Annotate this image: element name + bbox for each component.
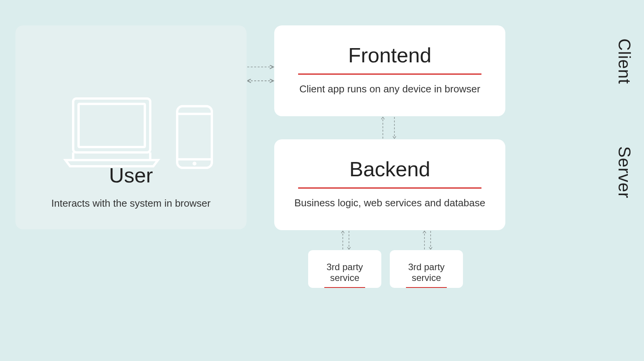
frontend-subtitle: Client app runs on any device in browser [286, 83, 494, 95]
server-side-label: Server [615, 146, 634, 199]
svg-rect-1 [79, 104, 145, 147]
backend-subtitle: Business logic, web services and databas… [286, 197, 494, 209]
third-party-card: 3rd party service [390, 250, 463, 288]
svg-rect-0 [73, 99, 150, 152]
connector-user-frontend [247, 62, 274, 85]
third-party-divider [406, 287, 447, 288]
connector-frontend-backend [377, 116, 401, 139]
user-title: User [15, 164, 247, 187]
user-card: User Interacts with the system in browse… [15, 25, 247, 229]
third-party-divider [324, 287, 366, 288]
client-side-label: Client [615, 38, 634, 84]
frontend-divider [298, 74, 481, 75]
connector-backend-thirdparty-2 [421, 230, 436, 250]
third-party-title: 3rd party service [401, 262, 451, 283]
svg-rect-4 [177, 106, 212, 168]
frontend-card: Frontend Client app runs on any device i… [274, 25, 505, 116]
third-party-title: 3rd party service [320, 262, 370, 283]
connector-backend-thirdparty-1 [339, 230, 354, 250]
backend-title: Backend [286, 158, 494, 180]
backend-divider [298, 187, 481, 189]
backend-card: Backend Business logic, web services and… [274, 139, 505, 230]
frontend-title: Frontend [286, 44, 494, 67]
third-party-card: 3rd party service [308, 250, 381, 288]
user-subtitle: Interacts with the system in browser [15, 197, 247, 209]
